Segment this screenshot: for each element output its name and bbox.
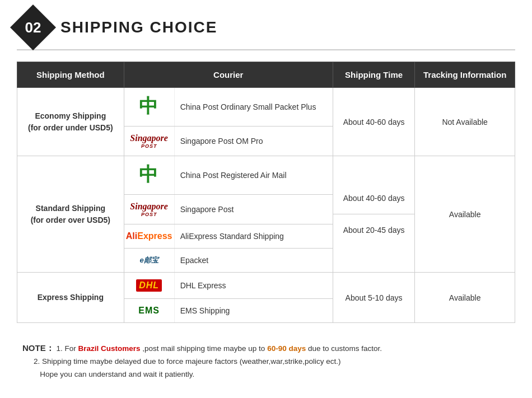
express-method: Express Shipping	[17, 273, 124, 323]
courier-epacket: e邮宝 Epacket	[124, 249, 333, 272]
note-1-end: due to customs factor.	[308, 344, 382, 353]
courier-logo: EMS	[124, 299, 175, 322]
page-header: 02 SHIPPING CHOICE	[17, 11, 515, 50]
note-2: 2. Shipping time maybe delayed due to fo…	[34, 355, 510, 381]
courier-sgpost-standard: Singapore POST Singapore Post	[124, 195, 333, 224]
sgpost-icon: Singapore POST	[130, 133, 168, 149]
courier-logo: e邮宝	[124, 249, 175, 272]
shipping-table: Shipping Method Courier Shipping Time Tr…	[17, 62, 515, 323]
express-shipping-time: About 5-10 days	[333, 273, 414, 323]
svg-text:中: 中	[139, 96, 158, 116]
express-tracking: Available	[415, 273, 515, 323]
economy-tracking: Not Available	[415, 88, 515, 156]
courier-name: China Post Registered Air Mail	[175, 156, 333, 194]
courier-chinapost-standard: 中 China Post Registered Air Mail	[124, 156, 333, 195]
courier-name: DHL Express	[175, 273, 333, 298]
courier-ems: EMS EMS Shipping	[124, 299, 333, 322]
chinapost-icon: 中	[137, 163, 161, 188]
standard-shipping-times: About 40-60 days About 20-45 days	[333, 156, 414, 273]
step-number: 02	[25, 18, 41, 36]
courier-name: Epacket	[175, 249, 333, 272]
standard-tracking: Available	[415, 156, 515, 273]
sgpost-icon: Singapore POST	[130, 202, 168, 217]
courier-logo: 中	[124, 156, 175, 194]
epacket-icon: e邮宝	[140, 255, 158, 265]
col-shipping-method: Shipping Method	[17, 62, 124, 88]
economy-method: Economy Shipping(for order under USD5)	[17, 88, 124, 156]
col-tracking-info: Tracking Information	[415, 62, 515, 88]
standard-method: Standard Shipping(for order over USD5)	[17, 156, 124, 273]
courier-logo: Singapore POST	[124, 127, 175, 156]
note-1-mid: ,post mail shipping time maybe up to	[142, 344, 267, 353]
chinapost-icon: 中	[137, 95, 161, 119]
note-label: NOTE：	[22, 343, 54, 353]
page-title: SHIPPING CHOICE	[60, 18, 217, 36]
courier-dhl: DHL DHL Express	[124, 273, 333, 299]
courier-name: Singapore Post	[175, 195, 333, 224]
economy-couriers: 中 China Post Ordinary Small Packet Plus …	[124, 88, 333, 156]
courier-name: China Post Ordinary Small Packet Plus	[175, 88, 333, 126]
col-shipping-time: Shipping Time	[333, 62, 414, 88]
ems-icon: EMS	[138, 306, 160, 316]
note-1-highlight-customers: Brazil Customers	[78, 344, 140, 353]
note-1-pre: 1. For	[56, 344, 78, 353]
standard-time-2: About 20-45 days	[333, 214, 414, 246]
table-header-row: Shipping Method Courier Shipping Time Tr…	[17, 62, 515, 88]
express-couriers: DHL DHL Express EMS EMS Shipping	[124, 273, 333, 323]
notes-section: NOTE： 1. For Brazil Customers ,post mail…	[17, 334, 515, 390]
standard-time-1: About 40-60 days	[333, 182, 414, 214]
courier-sgpost-economy: Singapore POST Singapore Post OM Pro	[124, 127, 333, 156]
standard-couriers: 中 China Post Registered Air Mail Singapo…	[124, 156, 333, 273]
courier-name: Singapore Post OM Pro	[175, 127, 333, 156]
dhl-icon: DHL	[136, 279, 162, 292]
aliexpress-icon: AliExpress	[126, 231, 172, 241]
courier-name: EMS Shipping	[175, 299, 333, 322]
courier-logo: DHL	[124, 273, 175, 298]
col-courier: Courier	[124, 62, 333, 88]
courier-name: AliExpress Standard Shipping	[175, 224, 333, 248]
table-row: Standard Shipping(for order over USD5) 中…	[17, 156, 515, 273]
step-badge: 02	[10, 4, 56, 50]
note-1-highlight-days: 60-90 days	[267, 344, 306, 353]
courier-chinapost-economy: 中 China Post Ordinary Small Packet Plus	[124, 88, 333, 127]
courier-logo: 中	[124, 88, 175, 126]
courier-logo: Singapore POST	[124, 195, 175, 224]
table-row: Express Shipping DHL DHL Express EMS EMS…	[17, 273, 515, 323]
courier-logo: AliExpress	[124, 224, 175, 248]
svg-text:中: 中	[139, 164, 158, 185]
economy-shipping-time: About 40-60 days	[333, 88, 414, 156]
table-row: Economy Shipping(for order under USD5) 中…	[17, 88, 515, 156]
courier-aliexpress: AliExpress AliExpress Standard Shipping	[124, 224, 333, 249]
